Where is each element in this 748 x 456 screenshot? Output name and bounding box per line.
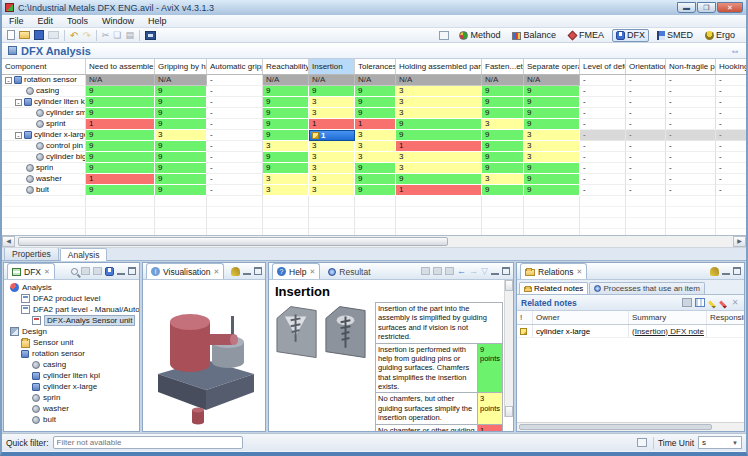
undo-icon[interactable]: ↶ [70, 30, 78, 41]
score-cell[interactable]: 9 [86, 141, 155, 152]
score-cell[interactable]: - [580, 152, 626, 163]
tree-item-design[interactable]: Design [4, 326, 139, 337]
score-cell[interactable]: 9 [155, 119, 207, 130]
score-cell[interactable]: - [626, 86, 666, 97]
menu-help[interactable]: Help [141, 16, 174, 26]
score-cell[interactable]: - [716, 97, 746, 108]
score-cell[interactable]: 9 [355, 163, 396, 174]
score-cell[interactable]: - [666, 163, 716, 174]
component-cell[interactable]: control pin [2, 141, 86, 152]
key-icon[interactable] [710, 267, 719, 276]
col-header-orientation[interactable]: Orientation [626, 59, 666, 74]
tree-item-sensor-unit[interactable]: Sensor unit [4, 337, 139, 348]
score-cell[interactable]: - [580, 75, 626, 86]
minimize-panel-icon[interactable] [117, 268, 125, 275]
expander-icon[interactable]: - [15, 132, 22, 139]
score-cell[interactable]: - [666, 174, 716, 185]
score-cell[interactable]: 9 [524, 185, 580, 196]
score-cell[interactable]: 9 [396, 130, 482, 141]
score-cell[interactable]: 1 [86, 119, 155, 130]
report-icon[interactable] [439, 31, 449, 40]
score-cell[interactable]: 9 [155, 163, 207, 174]
score-cell[interactable]: 3 [263, 174, 309, 185]
note-summary[interactable]: (Insertion) DFX note [629, 325, 707, 337]
copy-tree-icon[interactable] [93, 267, 102, 275]
score-cell[interactable]: 3 [524, 130, 580, 141]
ergo-button[interactable]: Ergo [701, 29, 739, 42]
score-cell[interactable]: - [626, 152, 666, 163]
rel-col-[interactable]: ! [517, 311, 533, 324]
score-cell[interactable]: 9 [482, 97, 524, 108]
score-cell[interactable]: 9 [482, 86, 524, 97]
score-cell[interactable]: - [580, 163, 626, 174]
forward-icon[interactable]: → [469, 267, 478, 276]
score-cell[interactable]: - [580, 119, 626, 130]
score-cell[interactable]: - [716, 141, 746, 152]
score-cell[interactable]: - [207, 152, 263, 163]
score-cell[interactable]: 9 [524, 174, 580, 185]
score-cell[interactable]: N/A [86, 75, 155, 86]
score-cell[interactable]: 9 [155, 97, 207, 108]
score-cell[interactable]: N/A [355, 75, 396, 86]
relations-hscrollbar[interactable] [517, 422, 744, 431]
score-cell[interactable]: N/A [263, 75, 309, 86]
copy-icon[interactable]: ❏ [113, 30, 121, 41]
score-cell[interactable]: 1 [309, 119, 355, 130]
scroll-right-icon[interactable]: ▶ [733, 236, 746, 247]
component-cell[interactable]: -cylinder liten kpl [2, 97, 86, 108]
view-menu-icon[interactable]: ▽ [481, 267, 488, 276]
help-tab[interactable]: ? Help ✕ [272, 263, 320, 279]
dfx-panel-tab[interactable]: DFX ✕ [7, 263, 55, 279]
score-cell[interactable]: 9 [263, 163, 309, 174]
maximize-panel-icon[interactable] [502, 267, 510, 275]
score-cell[interactable]: 9 [86, 185, 155, 196]
expander-icon[interactable]: - [5, 77, 12, 84]
score-cell[interactable]: 3 [396, 97, 482, 108]
score-cell[interactable]: 3 [524, 141, 580, 152]
col-header-insertion[interactable]: Insertion [309, 59, 355, 74]
score-cell[interactable]: 9 [86, 163, 155, 174]
minimize-button[interactable]: ▬ [677, 2, 696, 13]
tab-processes[interactable]: Processes that use an item [589, 282, 705, 294]
tree-item-washer[interactable]: washer [4, 403, 139, 414]
edit-note-red-icon[interactable] [719, 300, 727, 308]
score-cell[interactable]: 9 [482, 130, 524, 141]
score-cell[interactable]: - [626, 75, 666, 86]
tree-item-dfx-analys-sensor-unit[interactable]: DFX-Analys Sensor unit [4, 315, 139, 326]
score-cell[interactable]: - [716, 152, 746, 163]
score-cell[interactable]: 9 [524, 108, 580, 119]
score-cell[interactable]: - [666, 97, 716, 108]
fmea-button[interactable]: FMEA [564, 29, 608, 42]
score-cell[interactable]: 9 [396, 174, 482, 185]
sync-icon[interactable] [421, 267, 430, 275]
rel-col-owner[interactable]: Owner [533, 311, 629, 324]
score-cell[interactable]: N/A [482, 75, 524, 86]
score-cell[interactable]: N/A [309, 75, 355, 86]
score-cell[interactable]: 9 [263, 108, 309, 119]
show-table-icon[interactable] [695, 298, 705, 307]
col-header-fasten-ethod[interactable]: Fasten...ethod [482, 59, 524, 74]
score-cell[interactable]: - [580, 174, 626, 185]
score-cell[interactable]: - [666, 86, 716, 97]
score-cell[interactable]: 9 [355, 108, 396, 119]
score-cell[interactable]: 9 [355, 86, 396, 97]
score-cell[interactable]: - [666, 119, 716, 130]
scroll-thumb[interactable] [519, 424, 712, 430]
score-cell[interactable]: 1 [86, 174, 155, 185]
paste-icon[interactable]: ▤ [125, 30, 134, 41]
minimize-panel-icon[interactable] [722, 268, 730, 275]
score-cell[interactable]: 3 [309, 163, 355, 174]
col-header-non-fragile-parts[interactable]: Non-fragile parts [666, 59, 716, 74]
print-icon[interactable] [48, 31, 59, 39]
score-cell[interactable]: - [207, 185, 263, 196]
component-cell[interactable]: -rotation sensor [2, 75, 86, 86]
component-cell[interactable]: cylinder big [2, 152, 86, 163]
score-cell[interactable]: 1 [396, 185, 482, 196]
delete-note-icon[interactable]: ✕ [730, 298, 740, 307]
col-header-tolerances[interactable]: Tolerances [355, 59, 396, 74]
visualisation-view[interactable] [143, 280, 265, 431]
score-cell[interactable]: - [626, 130, 666, 141]
score-cell[interactable]: 3 [396, 86, 482, 97]
score-cell[interactable]: 3 [309, 108, 355, 119]
minimize-panel-icon[interactable] [491, 268, 499, 275]
